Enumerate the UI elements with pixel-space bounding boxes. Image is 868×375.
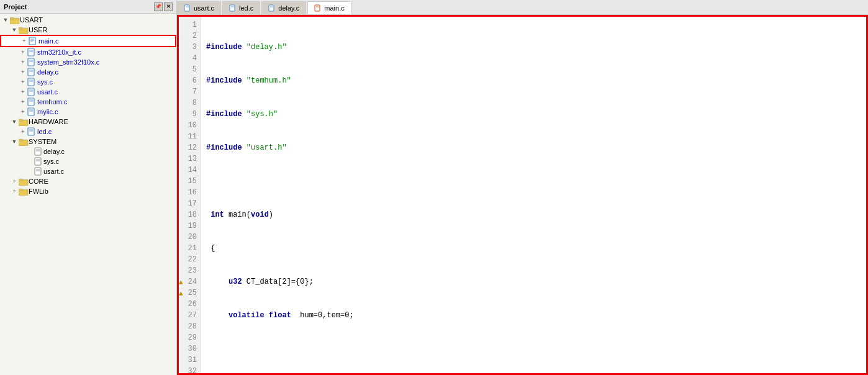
expand-icon-delay-user: + <box>19 68 27 76</box>
ln-13: 13 <box>179 153 201 165</box>
node-label-main: main.c <box>38 37 58 45</box>
tab-icon-delay <box>268 4 276 12</box>
file-icon-delay-user <box>27 68 37 76</box>
svg-rect-11 <box>28 58 34 66</box>
expand-icon-hardware: ▼ <box>10 117 19 126</box>
file-icon-temhum <box>27 97 37 106</box>
ln-10: 10 <box>179 120 201 131</box>
ln-32: 32 <box>179 366 201 375</box>
svg-rect-14 <box>28 68 34 76</box>
line-numbers: 1 2 3 4 5 6 7 8 9 10 11 12 13 14 15 16 1 <box>179 17 201 375</box>
file-icon-led <box>27 127 37 136</box>
file-icon-myiic <box>27 107 37 116</box>
tab-delay[interactable]: delay.c <box>261 1 306 14</box>
tab-bar: usart.c led.c delay.c <box>177 0 868 15</box>
tree-node-sys-user[interactable]: + sys.c <box>0 77 176 87</box>
expand-icon-stm32: + <box>19 48 27 56</box>
tree-node-delay-user[interactable]: + delay.c <box>0 67 176 77</box>
code-line-5 <box>206 176 861 187</box>
svg-rect-36 <box>35 148 41 155</box>
tab-label-led: led.c <box>239 4 253 12</box>
pin-button[interactable]: 📌 <box>154 2 163 11</box>
tree-node-user[interactable]: ▼ USER <box>0 25 176 35</box>
node-label-led-hw: led.c <box>37 128 52 135</box>
tree-node-myiic[interactable]: + myiic.c <box>0 107 176 117</box>
expand-icon-fwlib: + <box>10 187 19 196</box>
tab-usart[interactable]: usart.c <box>177 1 221 14</box>
code-editor[interactable]: 1 2 3 4 5 6 7 8 9 10 11 12 13 14 15 16 1 <box>177 15 868 375</box>
expand-icon: ▼ <box>1 16 10 24</box>
panel-header-controls: 📌 ✕ <box>154 2 173 11</box>
node-label-sys-user: sys.c <box>37 78 53 86</box>
tree-node-system[interactable]: + system_stm32f10x.c <box>0 57 176 67</box>
node-label-usart-sys: usart.c <box>43 168 64 175</box>
node-label-stm32: stm32f10x_it.c <box>37 48 81 56</box>
code-line-9: volatile float hum=0,tem=0; <box>206 310 861 321</box>
svg-rect-35 <box>19 139 22 141</box>
code-line-10 <box>206 343 861 355</box>
tree-node-stm32[interactable]: + stm32f10x_it.c <box>0 47 176 57</box>
svg-rect-4 <box>29 37 35 45</box>
ln-29: 29 <box>179 332 201 343</box>
tree-node-led-hw[interactable]: + led.c <box>0 127 176 137</box>
file-icon-system <box>27 58 37 66</box>
svg-rect-48 <box>19 189 22 191</box>
ln-18: 18 <box>179 209 201 220</box>
tree-node-usart-user[interactable]: + usart.c <box>0 87 176 97</box>
main-layout: Project 📌 ✕ ▼ USART ▼ <box>0 0 868 375</box>
tree-node-sys-sys[interactable]: sys.c <box>0 156 176 166</box>
warn-icon-24: ▲ <box>179 277 183 288</box>
ln-14: 14 <box>179 165 201 176</box>
folder-icon-core <box>19 178 29 186</box>
expand-icon-usart-sys <box>25 167 34 176</box>
svg-rect-55 <box>315 5 320 11</box>
ln-21: 21 <box>179 243 201 254</box>
tree-node-usart-sys[interactable]: usart.c <box>0 166 176 176</box>
expand-icon-system: + <box>19 58 27 66</box>
ln-7: 7 <box>179 86 201 97</box>
node-label-user: USER <box>29 26 48 34</box>
svg-rect-42 <box>35 168 41 175</box>
tree-node-main-c[interactable]: + main.c <box>0 35 176 47</box>
project-tree: ▼ USART ▼ USER + <box>0 14 176 375</box>
svg-rect-1 <box>10 17 14 19</box>
project-panel: Project 📌 ✕ ▼ USART ▼ <box>0 0 177 375</box>
svg-rect-26 <box>28 108 34 115</box>
node-label-hardware: HARDWARE <box>29 118 68 125</box>
folder-icon-system <box>19 138 29 146</box>
node-label-myiic: myiic.c <box>37 108 58 115</box>
ln-31: 31 <box>179 355 201 366</box>
svg-rect-8 <box>28 48 34 56</box>
expand-icon-core: + <box>10 177 19 186</box>
ln-11: 11 <box>179 131 201 142</box>
tree-node-system-folder[interactable]: ▼ SYSTEM <box>0 137 176 147</box>
ln-25: ▲25 <box>179 287 201 299</box>
tree-node-delay-sys[interactable]: delay.c <box>0 147 176 156</box>
tree-node-core[interactable]: + CORE <box>0 176 176 186</box>
svg-rect-51 <box>230 5 235 11</box>
tab-label-usart: usart.c <box>194 4 214 12</box>
tab-label-delay: delay.c <box>278 4 299 12</box>
svg-rect-17 <box>28 78 34 86</box>
ln-2: 2 <box>179 30 201 42</box>
ln-28: 28 <box>179 321 201 332</box>
tree-node-usart-root[interactable]: ▼ USART <box>0 15 176 25</box>
ln-30: 30 <box>179 343 201 355</box>
tab-main[interactable]: main.c <box>307 1 351 14</box>
tree-node-temhum[interactable]: + temhum.c <box>0 97 176 107</box>
code-line-6: int main(void) <box>206 209 861 220</box>
svg-rect-31 <box>28 128 34 135</box>
tab-led[interactable]: led.c <box>222 1 260 14</box>
ln-20: 20 <box>179 232 201 243</box>
ln-4: 4 <box>179 53 201 64</box>
ln-19: 19 <box>179 220 201 232</box>
tab-icon-led <box>229 4 237 12</box>
expand-icon-user: ▼ <box>10 25 19 34</box>
close-panel-button[interactable]: ✕ <box>164 2 173 11</box>
editor-panel: usart.c led.c delay.c <box>177 0 868 375</box>
code-line-3: #include "sys.h" <box>206 109 861 120</box>
file-icon-delay-sys <box>34 147 43 156</box>
tree-node-hardware[interactable]: ▼ HARDWARE <box>0 117 176 127</box>
tree-node-fwlib[interactable]: + FWLib <box>0 186 176 196</box>
file-icon-stm32 <box>27 48 37 56</box>
